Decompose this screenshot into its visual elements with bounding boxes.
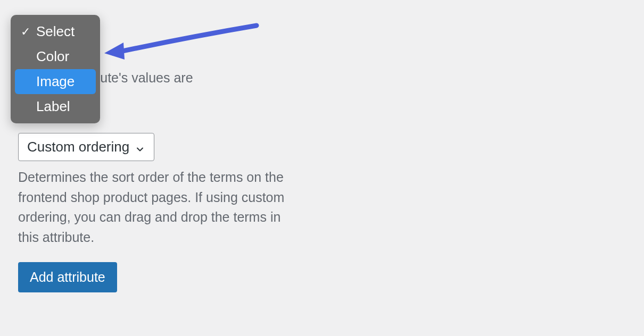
sort-order-help-text: Determines the sort order of the terms o… [18, 167, 301, 247]
check-icon: ✓ [20, 25, 31, 39]
chevron-down-icon [135, 142, 145, 153]
type-option-label[interactable]: ✓ Label [15, 94, 96, 119]
type-option-select[interactable]: ✓ Select [15, 19, 96, 44]
type-option-color[interactable]: ✓ Color [15, 44, 96, 69]
sort-order-select[interactable]: Custom ordering [18, 133, 154, 161]
type-dropdown[interactable]: ✓ Select ✓ Color ✓ Image ✓ Label [11, 15, 100, 123]
type-option-image[interactable]: ✓ Image [15, 69, 96, 94]
option-label: Image [36, 73, 75, 90]
option-label: Color [36, 48, 69, 65]
select-value: Custom ordering [27, 139, 129, 155]
option-label: Select [36, 23, 75, 40]
option-label: Label [36, 98, 70, 115]
add-attribute-button[interactable]: Add attribute [18, 262, 117, 292]
